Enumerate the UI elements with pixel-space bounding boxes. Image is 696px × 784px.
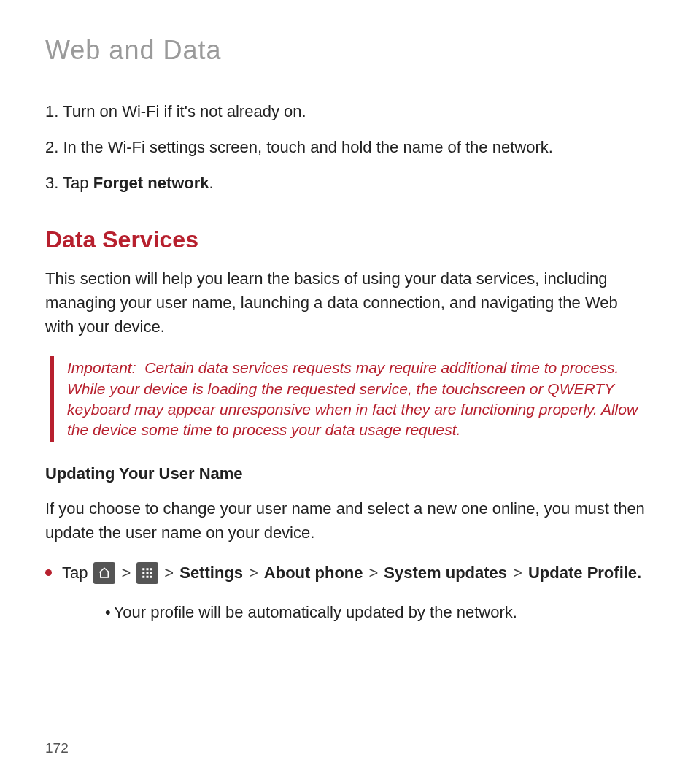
step-2-num: 2. <box>45 138 58 156</box>
callout-text: Important: Certain data services request… <box>67 358 651 440</box>
path-about-phone: About phone <box>264 564 363 583</box>
step-1-text: Turn on Wi-Fi if it's not already on. <box>63 102 306 120</box>
svg-rect-5 <box>150 572 152 574</box>
path-settings: Settings <box>179 564 243 583</box>
callout-lead: Important: <box>67 359 136 376</box>
home-icon <box>93 562 115 584</box>
separator-4: > <box>369 564 379 583</box>
svg-rect-2 <box>150 568 152 570</box>
section-heading-data-services: Data Services <box>45 226 651 253</box>
apps-grid-icon <box>136 562 158 584</box>
subheading-updating-user-name: Updating Your User Name <box>45 464 651 483</box>
svg-rect-8 <box>150 576 152 578</box>
step-3-pre: Tap <box>63 174 93 192</box>
step-1-num: 1. <box>45 102 58 120</box>
svg-rect-3 <box>143 572 145 574</box>
step-2-text: In the Wi-Fi settings screen, touch and … <box>63 138 552 156</box>
svg-rect-6 <box>143 576 145 578</box>
svg-rect-7 <box>147 576 149 578</box>
callout-body: Certain data services requests may requi… <box>67 359 638 438</box>
step-3-bold: Forget network <box>93 174 209 192</box>
step-3: 3. Tap Forget network. <box>45 172 651 195</box>
section-body: This section will help you learn the bas… <box>45 266 651 339</box>
svg-rect-4 <box>147 572 149 574</box>
page-title: Web and Data <box>45 35 651 66</box>
step-2: 2. In the Wi-Fi settings screen, touch a… <box>45 137 651 159</box>
tap-path-line: Tap > > Settings > About phone > System … <box>45 562 651 584</box>
sub-body: If you choose to change your user name a… <box>45 496 651 545</box>
page-number: 172 <box>45 740 69 756</box>
separator-1: > <box>121 564 131 583</box>
bullet-icon <box>45 569 52 576</box>
path-update-profile: Update Profile. <box>528 564 641 583</box>
svg-rect-1 <box>147 568 149 570</box>
path-system-updates: System updates <box>384 564 507 583</box>
tap-label: Tap <box>62 564 88 583</box>
step-1: 1. Turn on Wi-Fi if it's not already on. <box>45 101 651 123</box>
separator-3: > <box>249 564 258 583</box>
step-3-post: . <box>209 174 214 192</box>
separator-5: > <box>513 564 522 583</box>
svg-rect-0 <box>143 568 145 570</box>
step-3-num: 3. <box>45 174 58 192</box>
important-callout: Important: Certain data services request… <box>50 356 651 442</box>
separator-2: > <box>164 564 174 583</box>
sub-bullet-profile-updated: Your profile will be automatically updat… <box>105 600 651 624</box>
